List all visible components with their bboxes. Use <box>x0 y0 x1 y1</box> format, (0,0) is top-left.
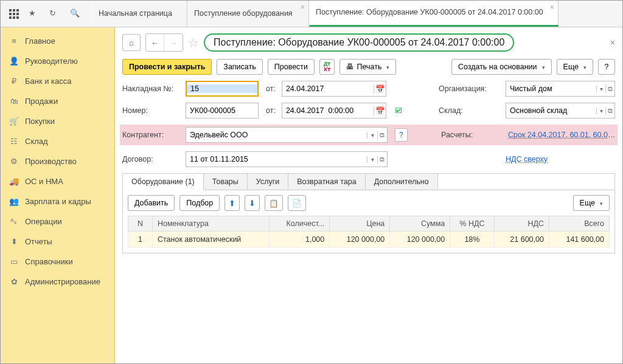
number-input[interactable] <box>186 103 259 118</box>
table-row[interactable]: 1 Станок автоматический 1,000 120 000,00… <box>128 232 610 248</box>
col-n[interactable]: N <box>128 216 153 232</box>
col-vat-pct[interactable]: % НДС <box>450 216 494 232</box>
sidebar-item-assets[interactable]: 🚚ОС и НМА <box>1 171 114 191</box>
col-sum[interactable]: Сумма <box>390 216 450 232</box>
page-title: Поступление: Оборудование УК00-000005 от… <box>204 33 514 52</box>
posted-icon: 🗹 <box>395 106 403 115</box>
from-label: от: <box>266 84 276 93</box>
sidebar-item-admin[interactable]: ✿Администрирование <box>1 272 114 292</box>
subtab-returnable[interactable]: Возвратная тара <box>288 174 365 190</box>
close-icon[interactable]: × <box>550 3 554 12</box>
warehouse-select[interactable]: ▾⧉ <box>506 103 615 118</box>
post-and-close-button[interactable]: Провести и закрыть <box>122 59 212 75</box>
contract-label: Договор: <box>122 155 181 163</box>
printer-icon: 🖶 <box>346 63 354 71</box>
col-vat[interactable]: НДС <box>494 216 549 232</box>
bag-icon: 🛍 <box>9 97 19 106</box>
from-label-2: от: <box>266 106 276 115</box>
print-button[interactable]: 🖶Печать <box>339 59 396 75</box>
move-down-button[interactable]: ⬇ <box>245 195 260 211</box>
subtab-additional[interactable]: Дополнительно <box>366 174 438 190</box>
sidebar: ≡Главное 👤Руководителю ₽Банк и касса 🛍Пр… <box>1 27 115 364</box>
equipment-table: N Номенклатура Количест... Цена Сумма % … <box>128 216 610 248</box>
dtkt-icon: ᴬₖ <box>9 217 19 226</box>
sidebar-item-production[interactable]: ⚙Производство <box>1 151 114 171</box>
add-row-button[interactable]: Добавить <box>128 195 175 211</box>
close-icon[interactable]: × <box>301 3 305 12</box>
counterparty-label: Контрагент: <box>122 131 181 139</box>
invoice-date-input[interactable]: 📅 <box>282 81 386 97</box>
sidebar-item-catalogs[interactable]: ▭Справочники <box>1 252 114 272</box>
counterparty-help[interactable]: ? <box>395 128 408 142</box>
sidebar-item-purchases[interactable]: 🛒Покупки <box>1 111 114 131</box>
sidebar-item-reports[interactable]: ⬍Отчеты <box>1 232 114 252</box>
help-button[interactable]: ? <box>598 59 615 75</box>
sidebar-item-manager[interactable]: 👤Руководителю <box>1 51 114 71</box>
counterparty-select[interactable]: ▾⧉ <box>186 127 388 143</box>
star-icon[interactable]: ★ <box>29 9 40 19</box>
calculations-link[interactable]: Срок 24.04.2017, 60.01, 60.02, зачет ... <box>508 131 618 139</box>
table-more-button[interactable]: Еще <box>573 195 610 211</box>
invoice-no-label: Накладная №: <box>122 84 181 93</box>
menu-icon: ≡ <box>9 36 19 46</box>
people-icon: 👥 <box>9 197 19 206</box>
move-up-button[interactable]: ⬆ <box>224 195 240 211</box>
sidebar-item-warehouse[interactable]: ☷Склад <box>1 131 114 151</box>
sidebar-item-bank[interactable]: ₽Банк и касса <box>1 71 114 91</box>
calendar-icon[interactable]: 📅 <box>374 106 385 115</box>
home-button[interactable]: ⌂ <box>122 34 141 51</box>
tab-receipt-doc[interactable]: Поступление: Оборудование УК00-000005 от… <box>309 1 559 27</box>
dtkt-button[interactable]: ДᴛКᴛ <box>319 59 335 75</box>
sidebar-item-payroll[interactable]: 👥Зарплата и кадры <box>1 191 114 211</box>
col-nomenclature[interactable]: Номенклатура <box>153 216 270 232</box>
warehouse-label: Склад: <box>439 106 502 115</box>
subtab-equipment[interactable]: Оборудование (1) <box>123 174 204 190</box>
person-icon: 👤 <box>9 57 19 66</box>
calculations-label: Расчеты: <box>441 131 504 139</box>
history-icon[interactable]: ↻ <box>49 9 60 19</box>
tab-start[interactable]: Начальная страница <box>92 1 187 27</box>
ruble-icon: ₽ <box>9 77 19 86</box>
sidebar-item-operations[interactable]: ᴬₖОперации <box>1 211 114 232</box>
sidebar-item-main[interactable]: ≡Главное <box>1 31 114 51</box>
vat-mode-link[interactable]: НДС сверху <box>506 155 615 163</box>
close-icon[interactable]: × <box>610 38 615 47</box>
stock-icon: ☷ <box>9 137 19 146</box>
search-icon[interactable]: 🔍 <box>70 9 81 19</box>
create-based-button[interactable]: Создать на основании <box>451 59 552 75</box>
cart-icon: 🛒 <box>9 117 19 126</box>
chart-icon: ⬍ <box>9 237 19 246</box>
contract-select[interactable]: ▾⧉ <box>186 151 388 167</box>
book-icon: ▭ <box>9 257 19 266</box>
gear-icon: ⚙ <box>9 157 19 166</box>
copy-button[interactable]: 📋 <box>265 195 283 211</box>
back-button[interactable]: ← <box>146 34 164 51</box>
organization-select[interactable]: ▾⧉ <box>506 81 615 97</box>
subtab-services[interactable]: Услуги <box>248 174 288 190</box>
truck-icon: 🚚 <box>9 177 19 186</box>
subtab-goods[interactable]: Товары <box>204 174 248 190</box>
pick-button[interactable]: Подбор <box>179 195 220 211</box>
invoice-no-input[interactable] <box>186 81 259 97</box>
number-label: Номер: <box>122 106 181 115</box>
more-button[interactable]: Еще <box>557 59 593 75</box>
number-date-input[interactable]: 📅 <box>282 103 386 118</box>
col-price[interactable]: Цена <box>330 216 390 232</box>
settings-icon: ✿ <box>9 277 19 286</box>
organization-label: Организация: <box>439 84 502 93</box>
paste-button[interactable]: 📄 <box>288 195 306 211</box>
forward-button[interactable]: → <box>164 34 183 51</box>
sidebar-item-sales[interactable]: 🛍Продажи <box>1 91 114 111</box>
col-qty[interactable]: Количест... <box>270 216 330 232</box>
favorite-icon[interactable]: ☆ <box>188 35 199 50</box>
tab-equipment-receipt[interactable]: Поступление оборудования× <box>187 1 309 27</box>
write-button[interactable]: Записать <box>217 59 262 75</box>
col-total[interactable]: Всего <box>549 216 609 232</box>
calendar-icon[interactable]: 📅 <box>374 84 385 94</box>
post-button[interactable]: Провести <box>268 59 315 75</box>
apps-icon[interactable] <box>9 9 19 19</box>
